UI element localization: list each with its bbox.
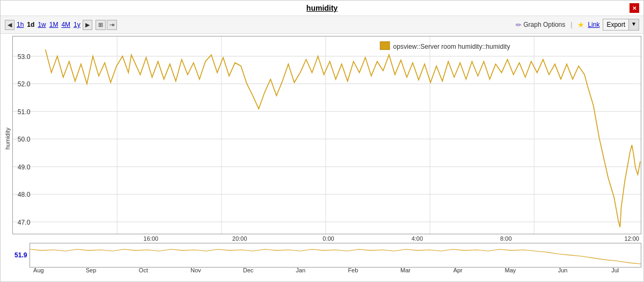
chart-canvas: 53.0 52.0 51.0 50.0 49.0 48.0 47.0 opsvi… <box>12 36 641 234</box>
time-1M[interactable]: 1M <box>48 21 60 28</box>
link-button[interactable]: Link <box>588 21 599 28</box>
last-button[interactable]: ⇥ <box>107 20 117 30</box>
x-label-1: 16:00 <box>106 235 195 242</box>
mini-x-jul: Jul <box>589 267 641 273</box>
main-container: humidity ✕ ◀ 1h 1d 1w 1M 4M 1y ▶ ⊞ ⇥ ✏ G… <box>0 0 644 282</box>
graph-options-button[interactable]: ✏ Graph Options <box>516 21 565 29</box>
x-label-4: 4:00 <box>373 235 462 242</box>
export-dropdown-arrow[interactable]: ▼ <box>628 19 639 30</box>
export-label[interactable]: Export <box>603 19 628 30</box>
svg-text:49.0: 49.0 <box>18 162 31 171</box>
page-title: humidity <box>306 4 338 12</box>
svg-text:50.0: 50.0 <box>18 135 31 144</box>
svg-text:47.0: 47.0 <box>18 218 31 226</box>
time-1y[interactable]: 1y <box>72 21 82 28</box>
mini-x-nov: Nov <box>170 267 222 273</box>
toolbar-separator: | <box>570 21 572 28</box>
mini-x-may: May <box>484 267 537 273</box>
title-bar: humidity ✕ <box>1 1 643 16</box>
forward-button[interactable]: ▶ <box>83 20 92 30</box>
pencil-icon: ✏ <box>516 21 522 29</box>
time-1d[interactable]: 1d <box>26 21 35 28</box>
graph-options-label: Graph Options <box>523 21 565 28</box>
mini-current-value: 51.9 <box>12 250 30 260</box>
mini-chart-section: 51.9 Aug Sep Oct Nov Dec Jan Feb Mar Apr <box>1 243 643 281</box>
svg-text:52.0: 52.0 <box>18 80 31 88</box>
mini-x-aug: Aug <box>12 267 65 273</box>
mini-x-feb: Feb <box>327 267 379 273</box>
y-axis-label: humidity <box>3 36 12 242</box>
time-4M[interactable]: 4M <box>60 21 71 28</box>
mini-x-apr: Apr <box>431 267 484 273</box>
x-axis-labels: 16:00 20:00 0:00 4:00 8:00 12:00 <box>12 234 641 242</box>
x-label-0 <box>12 235 106 242</box>
mini-x-sep: Sep <box>65 267 118 273</box>
mini-x-jun: Jun <box>537 267 589 273</box>
star-icon: ★ <box>577 20 584 29</box>
mini-chart-wrapper: 51.9 Aug Sep Oct Nov Dec Jan Feb Mar Apr <box>12 244 641 279</box>
mini-y-label-area <box>3 244 12 279</box>
back-button[interactable]: ◀ <box>5 20 14 30</box>
x-label-5: 8:00 <box>462 235 550 242</box>
expand-button[interactable]: ⊞ <box>96 20 106 30</box>
mini-x-mar: Mar <box>379 267 432 273</box>
mini-canvas <box>30 243 641 268</box>
toolbar-right: ✏ Graph Options | ★ Link Export ▼ <box>516 19 639 31</box>
toolbar: ◀ 1h 1d 1w 1M 4M 1y ▶ ⊞ ⇥ ✏ Graph Option… <box>1 16 643 34</box>
svg-rect-19 <box>380 42 390 50</box>
mini-x-oct: Oct <box>117 267 170 273</box>
main-chart-area: humidity <box>1 34 643 243</box>
x-label-3: 0:00 <box>284 235 372 242</box>
mini-chart-row: 51.9 <box>12 244 641 266</box>
close-button[interactable]: ✕ <box>630 3 639 13</box>
chart-wrapper: 53.0 52.0 51.0 50.0 49.0 48.0 47.0 opsvi… <box>12 36 641 242</box>
toolbar-left: ◀ 1h 1d 1w 1M 4M 1y ▶ ⊞ ⇥ <box>5 20 514 30</box>
export-button-group[interactable]: Export ▼ <box>603 19 639 31</box>
svg-text:48.0: 48.0 <box>18 190 31 199</box>
svg-text:53.0: 53.0 <box>18 52 31 61</box>
svg-text:51.0: 51.0 <box>18 107 31 116</box>
mini-x-dec: Dec <box>222 267 275 273</box>
time-1w[interactable]: 1w <box>36 21 47 28</box>
time-1h[interactable]: 1h <box>16 21 25 28</box>
svg-text:opsview::Server room humidity:: opsview::Server room humidity::humidity <box>393 42 510 51</box>
mini-x-jan: Jan <box>274 267 327 273</box>
x-label-2: 20:00 <box>195 235 284 242</box>
x-label-6: 12:00 <box>551 235 641 242</box>
